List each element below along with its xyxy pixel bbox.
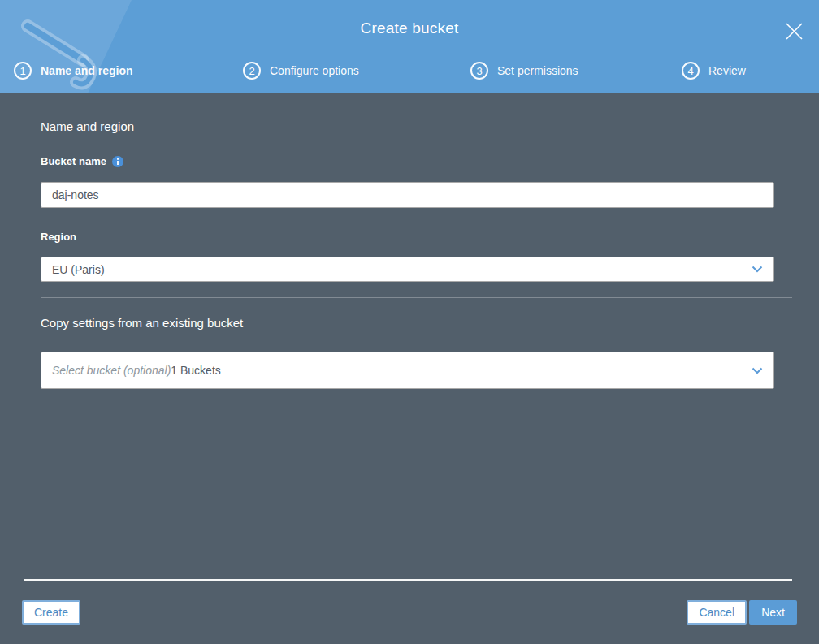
step-review[interactable]: 4 Review xyxy=(682,62,746,80)
section-divider xyxy=(41,297,792,298)
region-select[interactable]: EU (Paris) xyxy=(41,257,774,282)
bucket-name-input[interactable] xyxy=(41,182,774,208)
bucket-count-text: 1 Buckets xyxy=(171,364,220,377)
chevron-down-icon xyxy=(752,266,763,273)
next-button[interactable]: Next xyxy=(749,600,797,625)
modal-title: Create bucket xyxy=(0,19,819,37)
step-label: Configure options xyxy=(270,64,359,77)
modal-header: Create bucket 1 Name and region 2 Config… xyxy=(0,0,819,93)
cancel-button[interactable]: Cancel xyxy=(687,600,747,625)
copy-settings-bucket-select[interactable]: Select bucket (optional) 1 Buckets xyxy=(41,352,774,389)
section-heading-copy-settings: Copy settings from an existing bucket xyxy=(41,316,243,330)
step-label: Set permissions xyxy=(497,64,578,77)
info-icon[interactable] xyxy=(112,156,124,167)
bucket-name-label-text: Bucket name xyxy=(41,155,106,167)
close-icon[interactable] xyxy=(785,22,804,41)
region-label-text: Region xyxy=(41,231,76,243)
region-selected-value: EU (Paris) xyxy=(52,263,105,276)
step-number-badge: 1 xyxy=(14,62,32,80)
step-number-badge: 4 xyxy=(682,62,700,80)
region-label: Region xyxy=(41,231,76,243)
bucket-select-placeholder: Select bucket (optional) xyxy=(52,364,171,377)
step-number-badge: 2 xyxy=(243,62,261,80)
step-number-badge: 3 xyxy=(470,62,488,80)
footer-divider xyxy=(24,579,792,581)
bucket-select-text: Select bucket (optional) 1 Buckets xyxy=(52,364,221,377)
step-name-and-region[interactable]: 1 Name and region xyxy=(14,62,133,80)
bucket-name-label: Bucket name xyxy=(41,155,124,167)
step-label: Review xyxy=(708,64,746,77)
step-set-permissions[interactable]: 3 Set permissions xyxy=(470,62,578,80)
create-bucket-modal: Create bucket 1 Name and region 2 Config… xyxy=(0,0,819,644)
step-label: Name and region xyxy=(41,64,133,77)
create-button[interactable]: Create xyxy=(22,600,80,625)
step-configure-options[interactable]: 2 Configure options xyxy=(243,62,359,80)
section-heading-name-and-region: Name and region xyxy=(41,119,134,133)
chevron-down-icon xyxy=(752,367,763,374)
